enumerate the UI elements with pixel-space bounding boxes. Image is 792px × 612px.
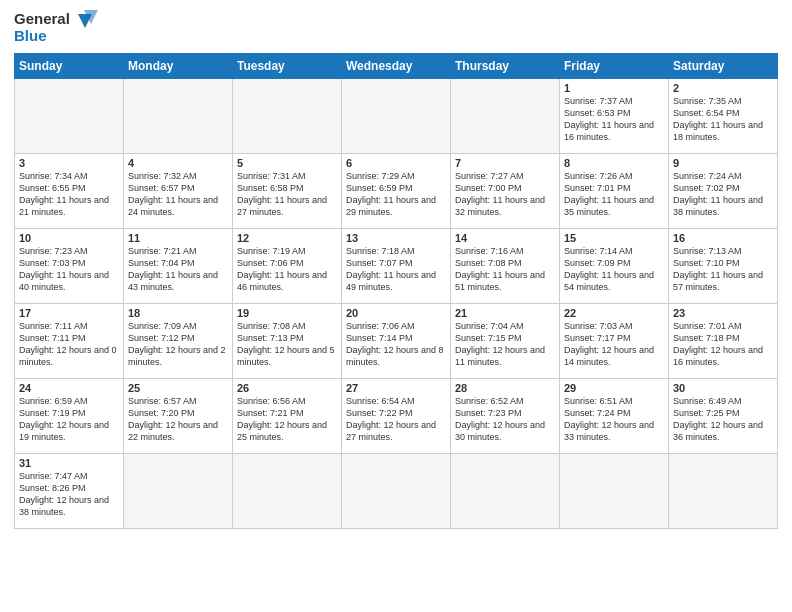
calendar-day-cell: 20Sunrise: 7:06 AM Sunset: 7:14 PM Dayli… — [342, 303, 451, 378]
calendar-week-row: 31Sunrise: 7:47 AM Sunset: 8:26 PM Dayli… — [15, 453, 778, 528]
day-info: Sunrise: 7:18 AM Sunset: 7:07 PM Dayligh… — [346, 245, 446, 294]
day-info: Sunrise: 7:03 AM Sunset: 7:17 PM Dayligh… — [564, 320, 664, 369]
weekday-header-friday: Friday — [560, 53, 669, 78]
calendar-day-cell: 5Sunrise: 7:31 AM Sunset: 6:58 PM Daylig… — [233, 153, 342, 228]
calendar-day-cell: 4Sunrise: 7:32 AM Sunset: 6:57 PM Daylig… — [124, 153, 233, 228]
day-number: 27 — [346, 382, 446, 394]
day-number: 3 — [19, 157, 119, 169]
calendar-day-cell: 7Sunrise: 7:27 AM Sunset: 7:00 PM Daylig… — [451, 153, 560, 228]
day-number: 9 — [673, 157, 773, 169]
weekday-row: SundayMondayTuesdayWednesdayThursdayFrid… — [15, 53, 778, 78]
logo: General Blue — [14, 10, 98, 45]
day-info: Sunrise: 7:26 AM Sunset: 7:01 PM Dayligh… — [564, 170, 664, 219]
calendar-day-cell: 15Sunrise: 7:14 AM Sunset: 7:09 PM Dayli… — [560, 228, 669, 303]
day-info: Sunrise: 7:08 AM Sunset: 7:13 PM Dayligh… — [237, 320, 337, 369]
calendar-day-cell: 9Sunrise: 7:24 AM Sunset: 7:02 PM Daylig… — [669, 153, 778, 228]
day-number: 14 — [455, 232, 555, 244]
day-number: 12 — [237, 232, 337, 244]
logo-general-text: General — [14, 10, 70, 27]
day-info: Sunrise: 7:23 AM Sunset: 7:03 PM Dayligh… — [19, 245, 119, 294]
calendar-table: SundayMondayTuesdayWednesdayThursdayFrid… — [14, 53, 778, 529]
calendar-week-row: 10Sunrise: 7:23 AM Sunset: 7:03 PM Dayli… — [15, 228, 778, 303]
day-info: Sunrise: 7:27 AM Sunset: 7:00 PM Dayligh… — [455, 170, 555, 219]
page: General Blue SundayMondayTuesdayWednesda… — [0, 0, 792, 612]
day-number: 19 — [237, 307, 337, 319]
weekday-header-sunday: Sunday — [15, 53, 124, 78]
day-info: Sunrise: 6:57 AM Sunset: 7:20 PM Dayligh… — [128, 395, 228, 444]
calendar-header: SundayMondayTuesdayWednesdayThursdayFrid… — [15, 53, 778, 78]
calendar-day-cell: 25Sunrise: 6:57 AM Sunset: 7:20 PM Dayli… — [124, 378, 233, 453]
calendar-week-row: 3Sunrise: 7:34 AM Sunset: 6:55 PM Daylig… — [15, 153, 778, 228]
day-number: 23 — [673, 307, 773, 319]
day-number: 11 — [128, 232, 228, 244]
day-info: Sunrise: 7:37 AM Sunset: 6:53 PM Dayligh… — [564, 95, 664, 144]
day-number: 25 — [128, 382, 228, 394]
day-number: 6 — [346, 157, 446, 169]
calendar-body: 1Sunrise: 7:37 AM Sunset: 6:53 PM Daylig… — [15, 78, 778, 528]
day-number: 16 — [673, 232, 773, 244]
day-number: 18 — [128, 307, 228, 319]
calendar-day-cell: 10Sunrise: 7:23 AM Sunset: 7:03 PM Dayli… — [15, 228, 124, 303]
calendar-day-cell — [342, 453, 451, 528]
calendar-day-cell — [233, 453, 342, 528]
day-number: 24 — [19, 382, 119, 394]
weekday-header-wednesday: Wednesday — [342, 53, 451, 78]
calendar-day-cell — [669, 453, 778, 528]
day-info: Sunrise: 7:21 AM Sunset: 7:04 PM Dayligh… — [128, 245, 228, 294]
weekday-header-monday: Monday — [124, 53, 233, 78]
calendar-day-cell: 3Sunrise: 7:34 AM Sunset: 6:55 PM Daylig… — [15, 153, 124, 228]
day-number: 17 — [19, 307, 119, 319]
day-number: 2 — [673, 82, 773, 94]
day-info: Sunrise: 7:19 AM Sunset: 7:06 PM Dayligh… — [237, 245, 337, 294]
day-number: 5 — [237, 157, 337, 169]
calendar-day-cell: 6Sunrise: 7:29 AM Sunset: 6:59 PM Daylig… — [342, 153, 451, 228]
day-number: 20 — [346, 307, 446, 319]
calendar-day-cell — [233, 78, 342, 153]
day-info: Sunrise: 7:32 AM Sunset: 6:57 PM Dayligh… — [128, 170, 228, 219]
calendar-day-cell: 2Sunrise: 7:35 AM Sunset: 6:54 PM Daylig… — [669, 78, 778, 153]
day-info: Sunrise: 7:47 AM Sunset: 8:26 PM Dayligh… — [19, 470, 119, 519]
logo-blue-text: Blue — [14, 27, 70, 44]
day-info: Sunrise: 7:16 AM Sunset: 7:08 PM Dayligh… — [455, 245, 555, 294]
calendar-day-cell: 12Sunrise: 7:19 AM Sunset: 7:06 PM Dayli… — [233, 228, 342, 303]
calendar-day-cell: 22Sunrise: 7:03 AM Sunset: 7:17 PM Dayli… — [560, 303, 669, 378]
calendar-day-cell: 21Sunrise: 7:04 AM Sunset: 7:15 PM Dayli… — [451, 303, 560, 378]
calendar-day-cell: 18Sunrise: 7:09 AM Sunset: 7:12 PM Dayli… — [124, 303, 233, 378]
day-info: Sunrise: 7:04 AM Sunset: 7:15 PM Dayligh… — [455, 320, 555, 369]
calendar-day-cell — [124, 453, 233, 528]
day-number: 13 — [346, 232, 446, 244]
calendar-day-cell: 31Sunrise: 7:47 AM Sunset: 8:26 PM Dayli… — [15, 453, 124, 528]
day-info: Sunrise: 7:06 AM Sunset: 7:14 PM Dayligh… — [346, 320, 446, 369]
calendar-day-cell: 29Sunrise: 6:51 AM Sunset: 7:24 PM Dayli… — [560, 378, 669, 453]
day-number: 10 — [19, 232, 119, 244]
day-info: Sunrise: 7:34 AM Sunset: 6:55 PM Dayligh… — [19, 170, 119, 219]
day-info: Sunrise: 7:31 AM Sunset: 6:58 PM Dayligh… — [237, 170, 337, 219]
day-number: 7 — [455, 157, 555, 169]
header: General Blue — [14, 10, 778, 45]
calendar-day-cell: 14Sunrise: 7:16 AM Sunset: 7:08 PM Dayli… — [451, 228, 560, 303]
day-info: Sunrise: 7:29 AM Sunset: 6:59 PM Dayligh… — [346, 170, 446, 219]
day-info: Sunrise: 6:49 AM Sunset: 7:25 PM Dayligh… — [673, 395, 773, 444]
weekday-header-tuesday: Tuesday — [233, 53, 342, 78]
day-number: 26 — [237, 382, 337, 394]
calendar-day-cell: 13Sunrise: 7:18 AM Sunset: 7:07 PM Dayli… — [342, 228, 451, 303]
day-info: Sunrise: 7:11 AM Sunset: 7:11 PM Dayligh… — [19, 320, 119, 369]
calendar-day-cell: 16Sunrise: 7:13 AM Sunset: 7:10 PM Dayli… — [669, 228, 778, 303]
weekday-header-saturday: Saturday — [669, 53, 778, 78]
weekday-header-thursday: Thursday — [451, 53, 560, 78]
day-number: 15 — [564, 232, 664, 244]
calendar-day-cell — [342, 78, 451, 153]
calendar-day-cell: 11Sunrise: 7:21 AM Sunset: 7:04 PM Dayli… — [124, 228, 233, 303]
calendar-day-cell — [124, 78, 233, 153]
calendar-day-cell: 24Sunrise: 6:59 AM Sunset: 7:19 PM Dayli… — [15, 378, 124, 453]
day-info: Sunrise: 6:54 AM Sunset: 7:22 PM Dayligh… — [346, 395, 446, 444]
calendar-day-cell: 17Sunrise: 7:11 AM Sunset: 7:11 PM Dayli… — [15, 303, 124, 378]
day-number: 30 — [673, 382, 773, 394]
calendar-day-cell — [15, 78, 124, 153]
day-info: Sunrise: 6:52 AM Sunset: 7:23 PM Dayligh… — [455, 395, 555, 444]
day-info: Sunrise: 6:59 AM Sunset: 7:19 PM Dayligh… — [19, 395, 119, 444]
day-number: 21 — [455, 307, 555, 319]
calendar-day-cell: 27Sunrise: 6:54 AM Sunset: 7:22 PM Dayli… — [342, 378, 451, 453]
day-info: Sunrise: 7:24 AM Sunset: 7:02 PM Dayligh… — [673, 170, 773, 219]
day-info: Sunrise: 7:01 AM Sunset: 7:18 PM Dayligh… — [673, 320, 773, 369]
